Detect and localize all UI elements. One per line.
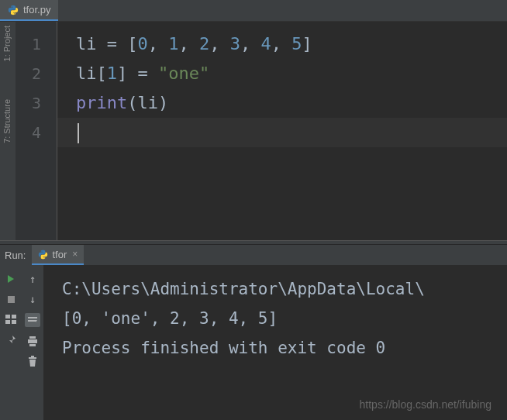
line-number: 3 [16,88,57,118]
text-cursor [78,123,79,143]
line-number: 4 [16,118,57,147]
console-output[interactable]: C:\Users\Administrator\AppData\Local\[0,… [43,265,507,420]
run-panel: Run: tfor × ↑ ↓ C:\Users\Administrator\A… [0,245,507,420]
up-arrow-icon[interactable]: ↑ [26,273,39,285]
code-editor[interactable]: li = [0, 1, 2, 3, 4, 5] li[1] = "one" pr… [57,22,507,240]
code-line: li = [0, 1, 2, 3, 4, 5] [76,29,507,59]
structure-tool-button[interactable]: 7: Structure [2,99,12,143]
close-icon[interactable]: × [72,249,78,260]
svg-rect-6 [28,339,37,343]
watermark: https://blog.csdn.net/ifubing [360,398,491,411]
run-toolbar: ↑ ↓ [0,265,43,420]
python-icon [8,5,19,15]
run-tab-label: tfor [52,249,67,260]
svg-rect-5 [29,336,36,339]
svg-rect-8 [29,357,36,359]
console-line: [0, 'one', 2, 3, 4, 5] [62,304,507,333]
run-tab[interactable]: tfor × [32,245,84,265]
editor-section: tfor.py 1: Project 7: Structure 1 2 3 4 … [0,0,507,240]
svg-rect-4 [12,320,16,324]
svg-rect-3 [5,320,10,324]
project-tool-button[interactable]: 1: Project [2,26,12,61]
run-label: Run: [5,250,26,261]
layout-icon[interactable] [5,313,17,325]
file-tab-label: tfor.py [23,4,50,15]
run-body: ↑ ↓ C:\Users\Administrator\AppData\Local… [0,265,507,420]
pin-icon[interactable] [5,333,17,346]
down-arrow-icon[interactable]: ↓ [26,293,39,305]
soft-wrap-icon[interactable] [25,313,40,327]
trash-icon[interactable] [26,355,39,367]
code-line: li[1] = "one" [76,59,507,88]
console-line: C:\Users\Administrator\AppData\Local\ [62,274,507,304]
python-icon [38,250,48,260]
editor-tab-bar: tfor.py [0,0,507,22]
print-icon[interactable] [26,335,39,347]
svg-rect-2 [12,315,16,318]
side-tool-panel: 1: Project 7: Structure [0,22,16,240]
rerun-icon[interactable] [5,273,17,285]
svg-rect-0 [8,296,15,303]
svg-rect-7 [29,344,36,346]
svg-rect-9 [31,356,34,357]
editor-wrap: 1: Project 7: Structure 1 2 3 4 li = [0,… [0,22,507,240]
svg-rect-1 [5,315,10,318]
code-line: print(li) [76,88,507,118]
code-line [76,118,507,147]
stop-icon[interactable] [5,293,17,305]
run-header: Run: tfor × [0,245,507,265]
line-number: 1 [16,29,57,59]
console-line: Process finished with exit code 0 [62,333,507,363]
line-number: 2 [16,59,57,88]
file-tab[interactable]: tfor.py [0,0,58,21]
gutter: 1 2 3 4 [16,22,57,240]
